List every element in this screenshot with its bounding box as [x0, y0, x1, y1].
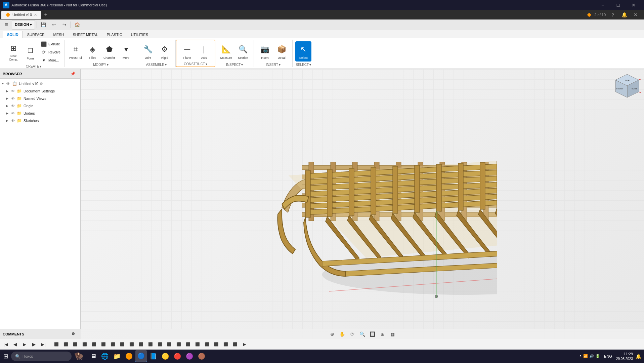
mascot-icon[interactable]: 🦬 [72, 350, 85, 362]
timeline-btn-11[interactable]: ⬛ [146, 340, 155, 349]
view-cube[interactable]: TOP RIGHT FRONT Z X [614, 73, 641, 99]
create-new-component-btn[interactable]: ⊞ New Comp. [5, 42, 22, 62]
home-button[interactable]: 🏠 [73, 21, 82, 29]
axis-btn[interactable]: | Axis [196, 41, 212, 62]
timeline-btn-15[interactable]: ⬛ [184, 340, 192, 349]
more-create-btn[interactable]: ▾ More... [39, 56, 62, 64]
orbit-button[interactable]: ⊕ [328, 330, 337, 338]
app-logo[interactable]: A [3, 2, 9, 8]
select-btn[interactable]: ↖ Select [295, 41, 311, 62]
timeline-btn-16[interactable]: ⬛ [193, 340, 202, 349]
display-mode-2-button[interactable]: ⊞ [378, 330, 387, 338]
assemble-group-label[interactable]: ASSEMBLE▾ [146, 62, 167, 67]
tree-settings-icon[interactable]: ⚙ [40, 82, 43, 86]
more-modify-btn[interactable]: ▾ More [118, 41, 134, 62]
step-back-btn[interactable]: ◀ [11, 340, 19, 349]
create-group-label[interactable]: CREATE▾ [26, 64, 42, 68]
joint-btn[interactable]: 🔧 Joint [140, 41, 156, 62]
modify-group-label[interactable]: MODIFY▾ [93, 62, 109, 67]
timeline-btn-17[interactable]: ⬛ [203, 340, 211, 349]
redo-button[interactable]: ↪ [59, 21, 69, 29]
timeline-btn-20[interactable]: ⬛ [231, 340, 240, 349]
tree-item-sketches[interactable]: ▶ 👁 📁 Sketches [0, 117, 80, 124]
extrude-btn[interactable]: ⬛ Extrude [39, 40, 62, 48]
notification-icon[interactable]: 🔔 [636, 354, 641, 359]
measure-btn[interactable]: 📐 Measure [218, 41, 234, 62]
timeline-btn-7[interactable]: ⬛ [109, 340, 117, 349]
timeline-btn-9[interactable]: ⬛ [127, 340, 136, 349]
maximize-button[interactable]: □ [610, 0, 626, 10]
tab-utilities[interactable]: UTILITIES [127, 31, 153, 38]
timeline-btn-10[interactable]: ⬛ [137, 340, 145, 349]
viewport[interactable]: TOP RIGHT FRONT Z X ⊕ ✋ ⟳ 🔍 🔲 ⊞ [81, 69, 644, 339]
press-pull-btn[interactable]: ⌗ Press Pull [68, 41, 84, 62]
rigid-group-btn[interactable]: ⚙ Rigid [157, 41, 173, 62]
tree-item-doc-settings[interactable]: ▶ 👁 📁 Document Settings [0, 87, 80, 95]
tab-surface[interactable]: SURFACE [23, 31, 49, 38]
timeline-btn-1[interactable]: ⬛ [52, 340, 61, 349]
taskbar-desktop-btn[interactable]: 🖥 [88, 350, 98, 362]
tab-sheet-metal[interactable]: SHEET METAL [68, 31, 102, 38]
timeline-btn-2[interactable]: ⬛ [61, 340, 70, 349]
volume-icon[interactable]: 🔊 [589, 354, 594, 358]
app-menu-button[interactable]: ☰ [2, 21, 11, 29]
battery-icon[interactable]: 🔋 [595, 354, 600, 358]
plane-btn[interactable]: — Plane [179, 41, 195, 62]
timeline-btn-4[interactable]: ⬛ [80, 340, 89, 349]
zoom-fit-button[interactable]: ⟳ [348, 330, 357, 338]
timeline-btn-12[interactable]: ⬛ [156, 340, 164, 349]
chevron-up-icon[interactable]: ∧ [579, 354, 582, 358]
taskbar-app4-btn[interactable]: 🟤 [196, 350, 207, 362]
create-form-btn[interactable]: ◻ Form [22, 42, 38, 62]
taskbar-browser-btn[interactable]: 🌐 [99, 350, 111, 362]
timeline-btn-5[interactable]: ⬛ [90, 340, 98, 349]
search-box[interactable]: 🔍 Поиск [11, 352, 72, 361]
tree-item-bodies[interactable]: ▶ 👁 📁 Bodies [0, 110, 80, 117]
fillet-btn[interactable]: ◈ Fillet [84, 41, 100, 62]
tab-close-icon[interactable]: ✕ [34, 13, 37, 17]
zoom-minus-button[interactable]: 🔍 [358, 330, 367, 338]
display-mode-1-button[interactable]: 🔲 [368, 330, 377, 338]
tab-mesh[interactable]: MESH [49, 31, 69, 38]
add-tab-button[interactable]: + [42, 10, 50, 19]
lang-indicator[interactable]: ENG [603, 354, 613, 358]
taskbar-app1-btn[interactable]: 🟡 [160, 350, 171, 362]
comments-settings-button[interactable]: ⚙ [69, 330, 78, 338]
taskbar-files-btn[interactable]: 📁 [111, 350, 123, 362]
chamfer-btn[interactable]: ⬟ Chamfer [101, 41, 117, 62]
taskbar-app2-btn[interactable]: 🔴 [172, 350, 183, 362]
clock-date[interactable]: 11:29 29.08.2023 [616, 352, 633, 361]
browser-pin-button[interactable]: 📌 [68, 70, 78, 78]
play-btn[interactable]: ▶ [20, 340, 29, 349]
close-button[interactable]: ✕ [626, 0, 641, 10]
timeline-btn-13[interactable]: ⬛ [165, 340, 174, 349]
tree-item-named-views[interactable]: ▶ 👁 📁 Named Views [0, 95, 80, 102]
tree-item-origin[interactable]: ▶ 👁 📁 Origin [0, 102, 80, 110]
display-mode-3-button[interactable]: ▦ [388, 330, 397, 338]
save-button[interactable]: 💾 [39, 21, 48, 29]
construct-group-label[interactable]: CONSTRUCT▾ [184, 62, 207, 66]
file-tab-untitled[interactable]: 🔶 Untitled v10 ✕ [1, 11, 41, 19]
taskbar-firefox-btn[interactable]: 🟠 [123, 350, 135, 362]
taskbar-edge-btn[interactable]: 📘 [147, 350, 159, 362]
timeline-btn-18[interactable]: ⬛ [212, 340, 221, 349]
section-btn[interactable]: 🔍 Section [235, 41, 251, 62]
inspect-group-label[interactable]: INSPECT▾ [226, 62, 243, 67]
file-tab-help[interactable]: ? [608, 11, 617, 19]
timeline-btn-14[interactable]: ⬛ [174, 340, 183, 349]
undo-button[interactable]: ↩ [49, 21, 58, 29]
timeline-btn-3[interactable]: ⬛ [71, 340, 80, 349]
file-tab-bell[interactable]: 🔔 [620, 11, 629, 19]
select-group-label[interactable]: SELECT▾ [296, 62, 311, 67]
revolve-btn[interactable]: ⟳ Revolve [39, 48, 62, 56]
decal-btn[interactable]: 📦 Decal [273, 41, 290, 62]
timeline-btn-19[interactable]: ⬛ [221, 340, 230, 349]
network-icon[interactable]: 📶 [583, 354, 588, 358]
timeline-btn-8[interactable]: ⬛ [118, 340, 127, 349]
taskbar-chrome-btn[interactable]: 🔵 [135, 350, 147, 362]
tab-plastic[interactable]: PLASTIC [102, 31, 127, 38]
design-dropdown[interactable]: DESIGN ▾ [12, 20, 35, 30]
insert-btn[interactable]: 📷 Insert [257, 41, 273, 62]
timeline-btn-6[interactable]: ⬛ [99, 340, 108, 349]
pan-button[interactable]: ✋ [338, 330, 347, 338]
